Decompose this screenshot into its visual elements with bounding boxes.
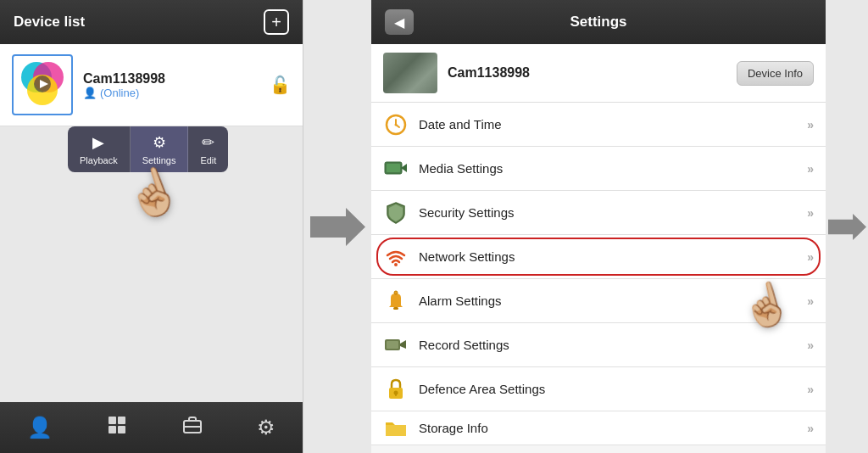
media-label: Media Settings: [419, 161, 797, 176]
network-label: Network Settings: [419, 249, 797, 264]
date-time-chevron: »: [807, 118, 814, 131]
settings-gear-icon: ⚙: [153, 133, 166, 152]
svg-rect-6: [118, 417, 125, 424]
settings-title: Settings: [424, 14, 773, 31]
settings-item-storage[interactable]: Storage Info »: [371, 411, 826, 445]
playback-icon: ▶: [92, 133, 104, 152]
device-list-item[interactable]: Cam1138998 👤 (Online) 🔓 ▶ Playback ⚙ Set…: [0, 44, 303, 126]
device-info-row: Cam1138998 Device Info: [371, 44, 826, 103]
settings-item-date-time[interactable]: Date and Time »: [371, 103, 826, 147]
media-icon: [383, 156, 409, 182]
shield-icon: [383, 200, 409, 226]
action-popup: ▶ Playback ⚙ Settings ✏ Edit: [68, 126, 228, 172]
edit-icon: ✏: [202, 133, 214, 152]
right-header: ◀ Settings: [371, 0, 826, 44]
record-label: Record Settings: [419, 338, 797, 352]
device-list-title: Device list: [14, 14, 85, 31]
defence-label: Defence Area Settings: [419, 382, 797, 396]
center-arrow-container: [303, 0, 371, 453]
left-panel: Device list + Cam1138998 👤 (Online: [0, 0, 303, 453]
bottom-navigation: 👤 ⚙: [0, 402, 303, 453]
nav-person-button[interactable]: 👤: [27, 416, 53, 439]
edit-button[interactable]: ✏ Edit: [188, 126, 228, 172]
device-info: Cam1138998 👤 (Online): [83, 71, 259, 99]
grid-nav-icon: [107, 415, 127, 435]
person-status-icon: 👤: [83, 87, 97, 99]
back-arrow-icon: ◀: [394, 14, 404, 31]
device-status: 👤 (Online): [83, 87, 259, 99]
svg-point-21: [394, 291, 398, 294]
svg-point-19: [394, 263, 398, 266]
svg-rect-7: [108, 426, 116, 433]
folder-icon: [383, 416, 409, 441]
nav-gear-button[interactable]: ⚙: [257, 416, 275, 439]
device-name: Cam1138998: [83, 71, 259, 87]
date-time-label: Date and Time: [419, 117, 797, 131]
svg-marker-24: [400, 340, 406, 349]
clock-icon: [383, 112, 409, 137]
storage-label: Storage Info: [419, 421, 797, 435]
device-thumbnail-small: [383, 53, 437, 93]
svg-marker-28: [828, 213, 866, 239]
security-chevron: »: [807, 206, 814, 220]
record-chevron: »: [807, 338, 814, 352]
center-arrow-icon: [310, 208, 365, 246]
settings-device-name: Cam1138998: [448, 65, 726, 81]
lock-icon: 🔓: [270, 75, 291, 95]
media-chevron: »: [807, 162, 814, 176]
svg-rect-5: [108, 417, 116, 424]
settings-list: Date and Time » Media Settings »: [371, 103, 826, 453]
lock-settings-icon: [383, 377, 409, 402]
device-info-button[interactable]: Device Info: [737, 61, 814, 86]
svg-rect-23: [387, 341, 398, 349]
logo-svg: [18, 60, 67, 109]
svg-point-15: [395, 123, 398, 126]
defence-chevron: »: [807, 383, 814, 396]
storage-chevron: »: [807, 422, 814, 435]
svg-rect-17: [387, 164, 400, 172]
wifi-icon: [383, 244, 409, 270]
svg-rect-20: [393, 307, 398, 310]
alarm-chevron: »: [807, 294, 814, 308]
svg-marker-11: [310, 208, 365, 246]
bell-icon: [383, 288, 409, 314]
nav-grid-button[interactable]: [107, 415, 127, 440]
network-chevron: »: [807, 250, 814, 264]
device-thumb-image: [383, 53, 437, 93]
svg-rect-8: [118, 426, 125, 433]
left-header: Device list +: [0, 0, 303, 44]
device-thumbnail: [12, 54, 73, 115]
add-device-button[interactable]: +: [264, 9, 289, 35]
record-icon: [383, 333, 409, 358]
settings-item-defence[interactable]: Defence Area Settings »: [371, 367, 826, 411]
settings-item-network[interactable]: Network Settings » ☝🏼: [371, 235, 826, 279]
right-arrow-icon: [828, 208, 866, 246]
svg-rect-27: [395, 393, 397, 396]
settings-item-media[interactable]: Media Settings »: [371, 147, 826, 191]
back-button[interactable]: ◀: [385, 9, 414, 35]
nav-briefcase-button[interactable]: [182, 415, 203, 440]
right-arrow-container: [826, 0, 868, 453]
security-label: Security Settings: [419, 205, 797, 220]
settings-item-security[interactable]: Security Settings »: [371, 191, 826, 235]
right-panel: ◀ Settings Cam1138998 Device Info Date a…: [371, 0, 826, 453]
briefcase-nav-icon: [182, 415, 203, 435]
playback-button[interactable]: ▶ Playback: [68, 126, 131, 172]
